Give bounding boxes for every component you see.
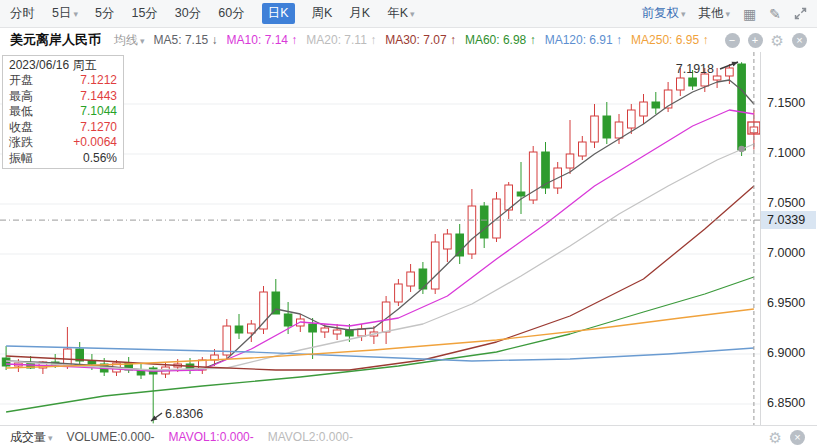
ma10-legend: MA10: 7.14 ↑	[227, 33, 298, 47]
candlestick-plot[interactable]: 7.19186.8306 2023/06/16 周五 开盘7.1212 最高7.…	[0, 52, 760, 425]
volume-value: VOLUME:0.000-	[67, 430, 155, 444]
axis-tick: 7.0000	[767, 246, 805, 260]
chart-area: 7.19186.8306 2023/06/16 周五 开盘7.1212 最高7.…	[0, 52, 817, 425]
tab-weekly-k[interactable]: 周K	[312, 5, 333, 22]
candle-body	[431, 242, 439, 289]
annotation-low: 6.8306	[165, 407, 203, 421]
candle-body	[88, 361, 96, 364]
candle-body	[738, 64, 746, 150]
ma-line-ma250	[6, 309, 754, 368]
chevron-down-icon: ▾	[73, 9, 78, 19]
candle-body	[456, 234, 464, 256]
gear-icon[interactable]: ⚙	[769, 430, 782, 445]
candle-body	[468, 206, 476, 254]
candle-body	[2, 358, 10, 366]
candle-body	[566, 154, 574, 168]
collapse-pane-icon[interactable]: −	[725, 33, 740, 48]
candle-body	[248, 324, 256, 333]
tab-daily-k[interactable]: 日K	[262, 3, 295, 24]
candle-body	[321, 328, 329, 332]
volume-indicator-bar: 成交量▾ VOLUME:0.000- MAVOL1:0.000- MAVOL2:…	[0, 425, 817, 448]
crosshair-price-label: 7.0339	[761, 211, 816, 229]
tooltip-change-row: 涨跌+0.0064	[9, 135, 117, 151]
ma20-legend: MA20: 7.11 ↑	[306, 33, 376, 47]
close-pane-icon[interactable]: ×	[790, 430, 805, 445]
tooltip-close-row: 收盘7.1270	[9, 120, 117, 136]
annotation-high: 7.1918	[676, 62, 714, 76]
tab-30min[interactable]: 30分	[175, 5, 201, 22]
tab-5day[interactable]: 5日▾	[52, 5, 78, 22]
candle-body	[713, 76, 721, 80]
pane-icon-group: − + ⚙ ×	[725, 33, 807, 48]
candle-body	[628, 110, 636, 128]
mavol2-value: MAVOL2:0.000-	[268, 430, 353, 444]
ma30-legend: MA30: 7.07 ↑	[385, 33, 456, 47]
ma-line-ma60	[6, 277, 754, 412]
fullscreen-icon[interactable]	[794, 7, 807, 20]
price-axis: 7.15007.10007.05007.00006.95006.90006.85…	[760, 52, 816, 425]
tooltip-open-row: 开盘7.1212	[9, 73, 117, 89]
ma120-legend: MA120: 6.91 ↑	[545, 33, 622, 47]
gear-icon[interactable]: ⚙	[771, 33, 784, 48]
tooltip-high-row: 最高7.1443	[9, 89, 117, 105]
chevron-down-icon: ▾	[681, 9, 686, 19]
candle-body	[272, 292, 280, 314]
pencil-icon[interactable]: ✎	[769, 7, 781, 21]
tab-15min[interactable]: 15分	[131, 5, 157, 22]
volume-selector-dropdown[interactable]: 成交量▾	[10, 429, 53, 446]
chevron-down-icon: ▾	[48, 433, 53, 443]
chevron-down-icon: ▾	[410, 9, 415, 19]
candle-body	[677, 78, 685, 90]
tab-yearly-k[interactable]: 年K▾	[387, 5, 414, 22]
candle-body	[615, 122, 623, 138]
axis-tick: 6.9500	[767, 296, 805, 310]
other-dropdown[interactable]: 其他▾	[699, 5, 731, 22]
grid-layout-icon[interactable]: ▦	[743, 7, 756, 21]
tab-5min[interactable]: 5分	[95, 5, 114, 22]
tooltip-date: 2023/06/16 周五	[9, 57, 117, 73]
volume-pane-icons: ⚙ ×	[769, 430, 807, 445]
tooltip-amplitude-row: 振幅0.56%	[9, 151, 117, 167]
candle-tooltip: 2023/06/16 周五 开盘7.1212 最高7.1443 最低7.1044…	[2, 55, 124, 169]
expand-pane-icon[interactable]: +	[748, 33, 763, 48]
axis-tick: 6.9000	[767, 346, 805, 360]
candle-body	[579, 142, 587, 156]
ma60-legend: MA60: 6.98 ↑	[465, 33, 536, 47]
axis-tick: 7.1000	[767, 146, 805, 160]
axis-tick: 7.1500	[767, 96, 805, 110]
adjust-mode-dropdown[interactable]: 前复权▾	[641, 5, 685, 22]
candle-body	[640, 102, 648, 116]
annotation-arrowhead	[732, 62, 739, 67]
candle-body	[333, 330, 341, 334]
candle-body	[64, 349, 72, 365]
axis-tick: 6.8500	[767, 396, 805, 410]
tab-60min[interactable]: 60分	[218, 5, 244, 22]
ma-line-ma20	[6, 144, 754, 370]
candle-body	[223, 326, 231, 355]
candle-body	[689, 78, 697, 86]
tab-monthly-k[interactable]: 月K	[349, 5, 370, 22]
candle-body	[395, 284, 403, 302]
candle-body	[346, 330, 354, 336]
symbol-title: 美元离岸人民币	[10, 31, 101, 49]
mavol1-value: MAVOL1:0.000-	[169, 430, 254, 444]
candle-body	[591, 116, 599, 142]
ma250-legend: MA250: 6.95 ↑	[631, 33, 708, 47]
toolbar-right-group: 前复权▾ 其他▾ ▦ ✎	[641, 5, 807, 22]
candle-body	[407, 272, 415, 286]
ma5-legend: MA5: 7.15 ↓	[154, 33, 218, 47]
candle-body	[652, 102, 660, 108]
ma-point-dot	[738, 146, 744, 152]
tab-fenshi[interactable]: 分时	[10, 5, 35, 22]
ma-line-ma30	[6, 186, 754, 370]
ma-selector-dropdown[interactable]: 均线▾	[114, 32, 145, 49]
tooltip-low-row: 最低7.1044	[9, 104, 117, 120]
chevron-down-icon: ▾	[140, 36, 145, 46]
candle-body	[309, 324, 317, 332]
candle-body	[603, 116, 611, 138]
candle-body	[726, 68, 734, 76]
indicator-legend-row: 美元离岸人民币 均线▾ MA5: 7.15 ↓ MA10: 7.14 ↑ MA2…	[0, 28, 817, 52]
period-toolbar: 分时 5日▾ 5分 15分 30分 60分 日K 周K 月K 年K▾ 前复权▾ …	[0, 0, 817, 28]
candle-body	[517, 192, 525, 196]
close-pane-icon[interactable]: ×	[792, 33, 807, 48]
